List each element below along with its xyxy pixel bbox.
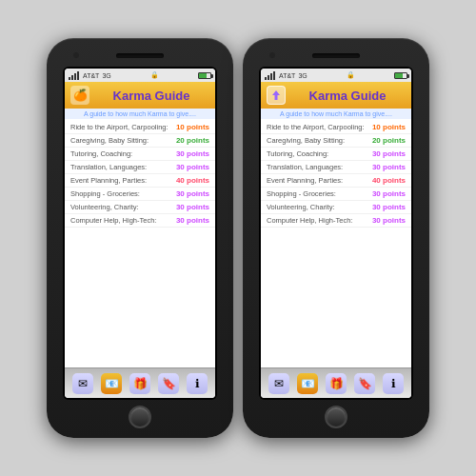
status-right <box>198 72 211 79</box>
lock-icon: 🔒 <box>150 71 159 79</box>
app-header: Karma Guide <box>261 82 411 109</box>
item-label-1: Caregiving, Baby Sitting: <box>70 136 176 145</box>
tab-4[interactable]: ℹ <box>187 373 208 394</box>
lock-icon: 🔒 <box>347 71 355 79</box>
header-icon <box>267 86 286 105</box>
screen-outer: AT&T 3G 🔒 Karma Guide <box>259 67 413 400</box>
network-label: 3G <box>298 72 307 79</box>
app-subtitle: A guide to how much Karma to give.... <box>65 109 215 119</box>
item-points-3: 30 points <box>176 163 209 171</box>
karma-item-5: Shopping - Groceries: 30 points <box>261 188 411 201</box>
phone-top <box>250 46 422 65</box>
item-points-4: 40 points <box>372 176 406 185</box>
item-points-2: 30 points <box>176 149 209 158</box>
item-points-5: 30 points <box>176 189 209 198</box>
tab-bar: ✉ 📧 🎁 🔖 ℹ <box>261 367 411 398</box>
status-bar: AT&T 3G 🔒 <box>261 69 411 82</box>
karma-item-3: Translation, Languages: 30 points <box>261 161 411 174</box>
tab-3[interactable]: 🔖 <box>354 373 375 394</box>
karma-item-2: Tutoring, Coaching: 30 points <box>261 148 411 161</box>
phone-top <box>54 46 226 65</box>
tab-1[interactable]: 📧 <box>101 373 122 394</box>
tab-0[interactable]: ✉ <box>72 373 93 394</box>
karma-item-5: Shopping - Groceries: 30 points <box>65 188 215 201</box>
karma-item-7: Computer Help, High-Tech: 30 points <box>65 214 215 228</box>
karma-item-3: Translation, Languages: 30 points <box>65 161 215 174</box>
item-label-6: Volunteering, Charity: <box>267 203 372 211</box>
item-label-6: Volunteering, Charity: <box>70 203 176 211</box>
app-header: 🍊 Karma Guide <box>65 82 215 109</box>
item-points-7: 30 points <box>372 216 406 225</box>
header-icon: 🍊 <box>70 86 89 105</box>
item-label-7: Computer Help, High-Tech: <box>267 216 372 225</box>
karma-list: Ride to the Airport, Carpooling: 10 poin… <box>65 119 215 367</box>
status-bar: AT&T 3G 🔒 <box>65 69 215 82</box>
item-points-6: 30 points <box>372 203 406 211</box>
item-label-2: Tutoring, Coaching: <box>267 149 372 158</box>
app-title: Karma Guide <box>289 89 406 103</box>
tab-1[interactable]: 📧 <box>297 373 318 394</box>
speaker <box>116 53 164 58</box>
app-subtitle: A guide to how much Karma to give.... <box>261 109 411 119</box>
item-points-0: 10 points <box>372 123 406 131</box>
item-label-5: Shopping - Groceries: <box>70 189 176 198</box>
item-label-4: Event Planning, Parties: <box>70 176 176 185</box>
item-label-7: Computer Help, High-Tech: <box>70 216 176 225</box>
karma-item-0: Ride to the Airport, Carpooling: 10 poin… <box>261 121 411 134</box>
home-button[interactable] <box>325 406 347 428</box>
item-points-5: 30 points <box>372 189 406 198</box>
item-points-6: 30 points <box>176 203 209 211</box>
carrier-label: AT&T <box>279 72 295 79</box>
screen: AT&T 3G 🔒 🍊 Karma Guide <box>65 69 215 398</box>
signal-icon <box>265 71 275 80</box>
item-label-3: Translation, Languages: <box>70 163 176 171</box>
item-label-5: Shopping - Groceries: <box>267 189 372 198</box>
karma-item-4: Event Planning, Parties: 40 points <box>65 174 215 188</box>
speaker <box>312 53 360 58</box>
tab-3[interactable]: 🔖 <box>158 373 179 394</box>
karma-item-6: Volunteering, Charity: 30 points <box>261 201 411 214</box>
item-label-0: Ride to the Airport, Carpooling: <box>70 123 176 131</box>
battery-icon <box>198 72 211 79</box>
item-label-0: Ride to the Airport, Carpooling: <box>267 123 372 131</box>
karma-item-1: Caregiving, Baby Sitting: 20 points <box>261 134 411 148</box>
signal-icon <box>69 71 79 80</box>
karma-list: Ride to the Airport, Carpooling: 10 poin… <box>261 119 411 367</box>
tab-2[interactable]: 🎁 <box>326 373 347 394</box>
network-label: 3G <box>102 72 110 79</box>
tab-2[interactable]: 🎁 <box>129 373 150 394</box>
item-points-2: 30 points <box>372 149 406 158</box>
screen-outer: AT&T 3G 🔒 🍊 Karma Guide <box>63 67 217 400</box>
tab-0[interactable]: ✉ <box>268 373 289 394</box>
camera <box>73 52 79 58</box>
battery-icon <box>394 72 407 79</box>
karma-item-1: Caregiving, Baby Sitting: 20 points <box>65 134 215 148</box>
item-points-1: 20 points <box>176 136 209 145</box>
karma-item-6: Volunteering, Charity: 30 points <box>65 201 215 214</box>
camera <box>269 52 275 58</box>
item-points-7: 30 points <box>176 216 209 225</box>
phones-container: AT&T 3G 🔒 🍊 Karma Guide <box>47 38 429 438</box>
item-label-1: Caregiving, Baby Sitting: <box>267 136 372 145</box>
item-points-0: 10 points <box>176 123 209 131</box>
tab-bar: ✉ 📧 🎁 🔖 ℹ <box>65 367 215 398</box>
item-label-3: Translation, Languages: <box>267 163 372 171</box>
carrier-label: AT&T <box>83 72 99 79</box>
item-label-4: Event Planning, Parties: <box>267 176 372 185</box>
app-title: Karma Guide <box>93 89 209 103</box>
phone-1: AT&T 3G 🔒 🍊 Karma Guide <box>47 38 233 438</box>
item-points-4: 40 points <box>176 176 209 185</box>
karma-item-4: Event Planning, Parties: 40 points <box>261 174 411 188</box>
item-points-3: 30 points <box>372 163 406 171</box>
karma-item-0: Ride to the Airport, Carpooling: 10 poin… <box>65 121 215 134</box>
karma-item-2: Tutoring, Coaching: 30 points <box>65 148 215 161</box>
karma-item-7: Computer Help, High-Tech: 30 points <box>261 214 411 228</box>
home-button[interactable] <box>129 406 151 428</box>
tab-4[interactable]: ℹ <box>383 373 404 394</box>
item-label-2: Tutoring, Coaching: <box>70 149 176 158</box>
screen: AT&T 3G 🔒 Karma Guide <box>261 69 411 398</box>
status-right <box>394 72 407 79</box>
item-points-1: 20 points <box>372 136 406 145</box>
phone-2: AT&T 3G 🔒 Karma Guide <box>243 38 429 438</box>
